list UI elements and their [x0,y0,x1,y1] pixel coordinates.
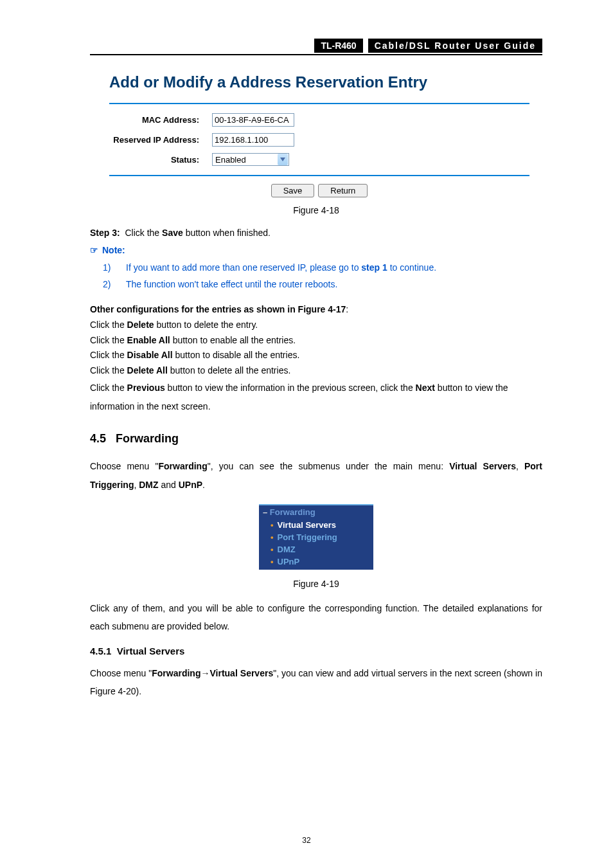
menu-item-upnp[interactable]: •UPnP [259,556,373,568]
other-config-l5: Click the Previous button to view the in… [90,379,542,417]
divider [109,175,529,176]
page-header: TL-R460 Cable/DSL Router User Guide [90,39,542,55]
status-label: Status: [109,155,212,165]
other-config-l1: Click the Delete button to delete the en… [90,318,542,333]
divider [109,103,529,104]
section-4-5-1-text: Choose menu "Forwarding→Virtual Servers"… [90,664,542,700]
dialog-title: Add or Modify a Address Reservation Entr… [109,73,529,91]
figure-caption-4-19: Figure 4-19 [90,579,542,589]
status-value: Enabled [213,155,277,165]
ip-label: Reserved IP Address: [109,135,212,145]
chevron-down-icon [278,154,288,165]
section-4-5-1-heading: 4.5.1 Virtual Servers [90,646,542,656]
mac-label: MAC Address: [109,115,212,125]
menu-item-virtual-servers[interactable]: •Virtual Servers [259,519,373,531]
after-menu-text: Click any of them, and you will be able … [90,599,542,635]
step-3: Step 3: Click the Save button when finis… [90,226,542,241]
menu-header: – Forwarding [259,505,373,519]
section-4-5-heading: 4.5 Forwarding [90,432,542,446]
ip-input[interactable] [212,133,294,147]
forwarding-menu: – Forwarding •Virtual Servers •Port Trig… [259,504,373,570]
model-label: TL-R460 [314,39,362,53]
bullet-icon: • [271,557,274,566]
other-config-heading: Other configurations for the entries as … [90,302,542,318]
guide-label: Cable/DSL Router User Guide [368,39,542,53]
return-button[interactable]: Return [318,184,368,197]
status-select[interactable]: Enabled [212,153,289,166]
pointer-icon: ☞ [90,245,98,255]
section-4-5-intro: Choose menu "Forwarding", you can see th… [90,457,542,495]
page-number: 32 [0,836,613,845]
save-button[interactable]: Save [271,184,315,197]
bullet-icon: • [271,520,274,530]
bullet-icon: • [271,545,274,554]
note-list: If you want to add more than one reserve… [90,259,542,293]
menu-item-port-triggering[interactable]: •Port Triggering [259,531,373,543]
mac-input[interactable] [212,113,294,127]
other-config-l4: Click the Delete All button to delete al… [90,363,542,379]
note-label: ☞Note: [90,245,542,255]
other-config-l2: Click the Enable All button to enable al… [90,333,542,348]
other-config-l3: Click the Disable All button to disable … [90,348,542,363]
menu-item-dmz[interactable]: •DMZ [259,543,373,556]
reservation-dialog: Add or Modify a Address Reservation Entr… [109,73,529,197]
bullet-icon: • [271,532,274,542]
note-item-2: The function won't take effect until the… [122,276,542,293]
note-item-1: If you want to add more than one reserve… [122,259,542,276]
figure-caption-4-18: Figure 4-18 [90,205,542,215]
